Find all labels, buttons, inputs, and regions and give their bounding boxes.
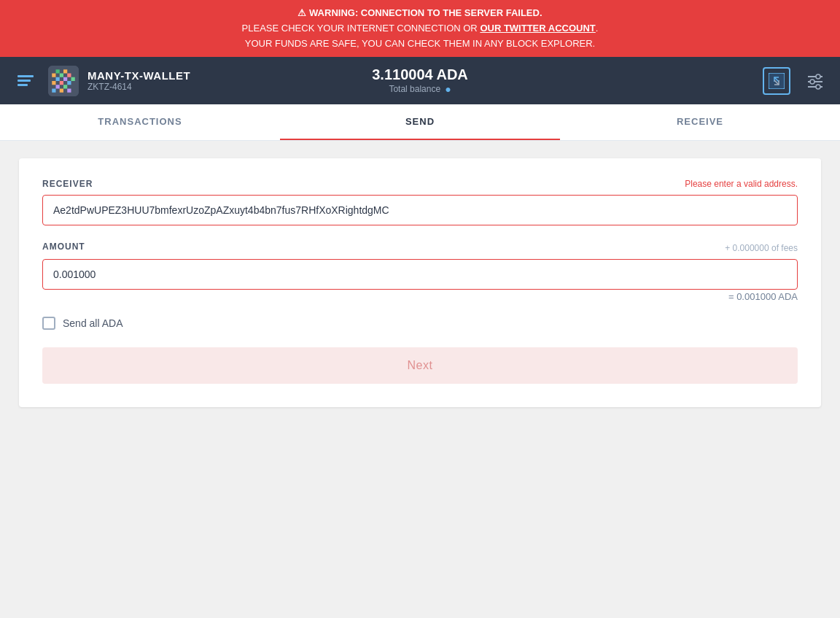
- layers-icon[interactable]: [12, 69, 39, 92]
- svg-rect-1: [56, 69, 60, 73]
- header-right: [760, 64, 828, 98]
- warning-line3: YOUR FUNDS ARE SAFE, YOU CAN CHECK THEM …: [12, 36, 828, 52]
- wallet-id: ZKTZ-4614: [88, 82, 190, 92]
- header-center: 3.110004 ADA Total balance ●: [372, 66, 468, 95]
- receiver-input[interactable]: [42, 195, 798, 225]
- warning-title: ⚠ WARNING: CONNECTION TO THE SERVER FAIL…: [12, 6, 828, 21]
- svg-rect-7: [63, 77, 67, 81]
- header: MANY-TX-WALLET ZKTZ-4614 3.110004 ADA To…: [0, 57, 840, 104]
- svg-rect-5: [67, 73, 71, 77]
- svg-rect-13: [63, 85, 67, 88]
- receiver-label-row: RECEIVER Please enter a valid address.: [42, 179, 798, 189]
- svg-rect-3: [52, 73, 55, 77]
- tab-receive[interactable]: RECEIVE: [560, 104, 840, 140]
- svg-point-23: [810, 80, 814, 84]
- header-left: MANY-TX-WALLET ZKTZ-4614: [12, 66, 190, 96]
- amount-label-row: AMOUNT + 0.000000 of fees: [42, 240, 798, 253]
- eye-icon[interactable]: ●: [445, 83, 451, 95]
- wallet-info: MANY-TX-WALLET ZKTZ-4614: [88, 69, 190, 92]
- tab-send[interactable]: SEND: [280, 104, 560, 140]
- wallet-avatar: [48, 66, 79, 96]
- svg-rect-2: [63, 69, 67, 73]
- balance-amount: 3.110004 ADA: [372, 66, 468, 83]
- svg-rect-8: [71, 77, 75, 81]
- tab-transactions[interactable]: TRANSACTIONS: [0, 104, 280, 140]
- svg-rect-6: [56, 77, 60, 81]
- receiver-error: Please enter a valid address.: [685, 179, 798, 189]
- amount-label: AMOUNT: [42, 242, 85, 252]
- send-all-label[interactable]: Send all ADA: [63, 317, 123, 329]
- receiver-group: RECEIVER Please enter a valid address.: [42, 179, 798, 225]
- amount-input-wrapper: [42, 259, 798, 290]
- amount-input[interactable]: [42, 259, 798, 290]
- svg-rect-17: [769, 73, 785, 89]
- send-form: RECEIVER Please enter a valid address. A…: [19, 158, 821, 407]
- svg-point-25: [816, 85, 820, 89]
- next-button[interactable]: Next: [42, 347, 798, 384]
- send-all-row: Send all ADA: [42, 317, 798, 330]
- total-label: = 0.001000 ADA: [42, 291, 798, 302]
- nav-tabs: TRANSACTIONS SEND RECEIVE: [0, 104, 840, 141]
- balance-label: Total balance ●: [372, 83, 468, 95]
- settings-button[interactable]: [802, 68, 828, 94]
- send-all-checkbox[interactable]: [42, 317, 55, 330]
- twitter-link[interactable]: OUR TWITTER ACCOUNT: [480, 23, 595, 34]
- svg-rect-9: [52, 81, 55, 85]
- svg-rect-11: [67, 81, 71, 85]
- svg-point-21: [816, 74, 820, 79]
- warning-banner: ⚠ WARNING: CONNECTION TO THE SERVER FAIL…: [0, 0, 840, 57]
- svg-rect-4: [60, 73, 63, 77]
- receiver-label: RECEIVER: [42, 179, 93, 189]
- svg-rect-15: [60, 88, 63, 92]
- send-receive-icon: [763, 67, 790, 95]
- svg-rect-14: [52, 88, 55, 92]
- svg-rect-10: [60, 81, 63, 85]
- warning-line2: PLEASE CHECK YOUR INTERNET CONNECTION OR…: [12, 21, 828, 36]
- wallet-name: MANY-TX-WALLET: [88, 69, 190, 82]
- svg-rect-16: [67, 88, 71, 92]
- svg-rect-12: [56, 85, 60, 88]
- send-receive-button[interactable]: [760, 64, 793, 98]
- fees-label: + 0.000000 of fees: [725, 243, 798, 253]
- amount-group: AMOUNT + 0.000000 of fees = 0.001000 ADA: [42, 240, 798, 302]
- main-content: RECEIVER Please enter a valid address. A…: [0, 141, 840, 579]
